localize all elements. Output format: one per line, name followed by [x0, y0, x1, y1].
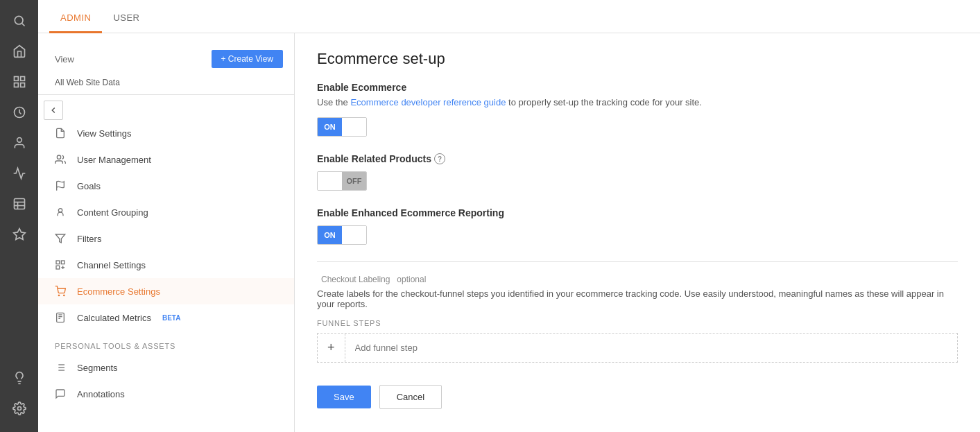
main-content: Ecommerce set-up Enable Ecommerce Use th…	[295, 33, 980, 432]
sidebar-item-label: Annotations	[77, 389, 125, 399]
enable-ecommerce-title: Enable Ecommerce	[317, 82, 958, 93]
enable-related-products-toggle[interactable]: OFF	[317, 171, 367, 191]
sidebar-item-channel-settings[interactable]: Channel Settings	[38, 252, 294, 278]
left-nav: View + Create View All Web Site Data	[38, 33, 295, 432]
sidebar-item-label: User Management	[77, 155, 151, 165]
svg-point-26	[64, 295, 65, 295]
clock-icon[interactable]	[6, 98, 33, 126]
sidebar-item-calculated-metrics[interactable]: Calculated Metrics BETA	[38, 304, 294, 331]
sidebar-item-segments[interactable]: Segments	[38, 354, 294, 381]
create-view-button[interactable]: + Create View	[212, 50, 284, 68]
gear-icon[interactable]	[6, 395, 33, 422]
sidebar-item-filters[interactable]: Filters	[38, 225, 294, 252]
dashboard-icon[interactable]	[6, 68, 33, 96]
funnel-steps-label: FUNNEL STEPS	[317, 319, 958, 327]
sidebar-item-ecommerce-settings[interactable]: Ecommerce Settings	[38, 278, 294, 304]
divider	[317, 261, 958, 262]
conversions-icon[interactable]	[6, 221, 33, 248]
svg-rect-2	[14, 77, 18, 81]
sidebar-item-label: Channel Settings	[77, 260, 146, 270]
svg-point-0	[15, 16, 23, 24]
main-area: ADMIN USER View + Create View All Web Si…	[38, 0, 980, 432]
content-grouping-icon	[55, 207, 69, 218]
filter-icon	[55, 233, 69, 244]
checkout-labeling-desc: Create labels for the checkout-funnel st…	[317, 288, 958, 309]
funnel-add-icon[interactable]: +	[318, 334, 345, 362]
svg-marker-12	[13, 229, 25, 240]
users-icon	[55, 154, 69, 165]
checkout-labeling-title: Checkout Labeling optional	[317, 273, 958, 284]
sidebar-item-label: Segments	[77, 363, 118, 373]
sidebar-item-user-management[interactable]: User Management	[38, 146, 294, 173]
enable-ecommerce-toggle-container: ON	[317, 117, 958, 137]
sidebar-item-label: Ecommerce Settings	[77, 286, 160, 297]
toggle-off-label: OFF	[342, 172, 366, 190]
annotations-icon	[55, 388, 69, 399]
svg-point-16	[57, 155, 60, 159]
home-icon[interactable]	[6, 37, 33, 65]
icon-sidebar	[0, 0, 38, 432]
tab-admin[interactable]: ADMIN	[49, 4, 102, 33]
cart-icon	[55, 286, 69, 297]
toggle-on-label: ON	[318, 118, 342, 136]
tab-user[interactable]: USER	[102, 4, 151, 33]
enable-enhanced-title: Enable Enhanced Ecommerce Reporting	[317, 207, 958, 218]
beta-badge: BETA	[162, 314, 180, 322]
content-row: View + Create View All Web Site Data	[38, 33, 980, 432]
calc-icon	[55, 312, 69, 323]
segments-icon	[55, 362, 69, 373]
checkout-labeling-section: Checkout Labeling optional Create labels…	[317, 273, 958, 363]
sidebar-item-annotations[interactable]: Annotations	[38, 381, 294, 407]
view-section: View + Create View	[38, 44, 294, 74]
acquisition-icon[interactable]	[6, 159, 33, 187]
help-icon[interactable]: ?	[434, 153, 445, 164]
svg-point-7	[17, 138, 22, 143]
enable-enhanced-toggle-container: ON	[317, 225, 958, 245]
optional-label: optional	[397, 275, 426, 284]
sidebar-item-goals[interactable]: Goals	[38, 173, 294, 199]
channel-icon	[55, 259, 69, 270]
svg-rect-4	[14, 83, 18, 87]
toggle-off-side	[342, 226, 366, 244]
sidebar-item-view-settings[interactable]: View Settings	[38, 120, 294, 146]
enable-ecommerce-section: Enable Ecommerce Use the Ecommerce devel…	[317, 82, 958, 137]
svg-point-25	[58, 295, 59, 295]
enable-enhanced-section: Enable Enhanced Ecommerce Reporting ON	[317, 207, 958, 245]
user-icon[interactable]	[6, 129, 33, 157]
action-buttons: Save Cancel	[317, 385, 958, 409]
enable-related-products-title: Enable Related Products ?	[317, 153, 958, 164]
doc-icon	[55, 128, 69, 139]
toggle-on-label: ON	[318, 226, 342, 244]
flag-icon	[55, 180, 69, 191]
svg-rect-21	[61, 261, 65, 264]
enable-enhanced-toggle[interactable]: ON	[317, 225, 367, 245]
svg-line-1	[22, 24, 24, 26]
behavior-icon[interactable]	[6, 190, 33, 218]
svg-rect-22	[56, 266, 60, 269]
sidebar-item-content-grouping[interactable]: Content Grouping	[38, 199, 294, 225]
enable-related-products-toggle-container: OFF	[317, 171, 958, 191]
ecommerce-ref-link[interactable]: Ecommerce developer reference guide	[350, 97, 506, 107]
enable-ecommerce-toggle[interactable]: ON	[317, 117, 367, 137]
enable-ecommerce-desc: Use the Ecommerce developer reference gu…	[317, 97, 958, 107]
view-label: View	[55, 54, 74, 64]
svg-rect-3	[20, 77, 24, 81]
top-tabs: ADMIN USER	[38, 0, 980, 33]
cancel-button[interactable]: Cancel	[379, 385, 442, 409]
svg-rect-8	[14, 199, 24, 209]
funnel-step-row: +	[317, 333, 958, 363]
sidebar-item-label: Calculated Metrics	[77, 313, 151, 323]
svg-rect-5	[20, 83, 24, 87]
sidebar-item-label: Goals	[77, 181, 101, 191]
sidebar-item-label: Content Grouping	[77, 207, 148, 218]
sidebar-item-label: Filters	[77, 234, 101, 244]
search-icon[interactable]	[6, 7, 33, 35]
lightbulb-icon[interactable]	[6, 364, 33, 392]
save-button[interactable]: Save	[317, 386, 371, 408]
page-title: Ecommerce set-up	[317, 50, 958, 68]
back-button[interactable]	[44, 101, 63, 120]
svg-point-18	[58, 209, 62, 212]
funnel-step-input[interactable]	[345, 336, 957, 360]
toggle-off-side	[342, 118, 366, 136]
svg-point-15	[17, 407, 21, 411]
